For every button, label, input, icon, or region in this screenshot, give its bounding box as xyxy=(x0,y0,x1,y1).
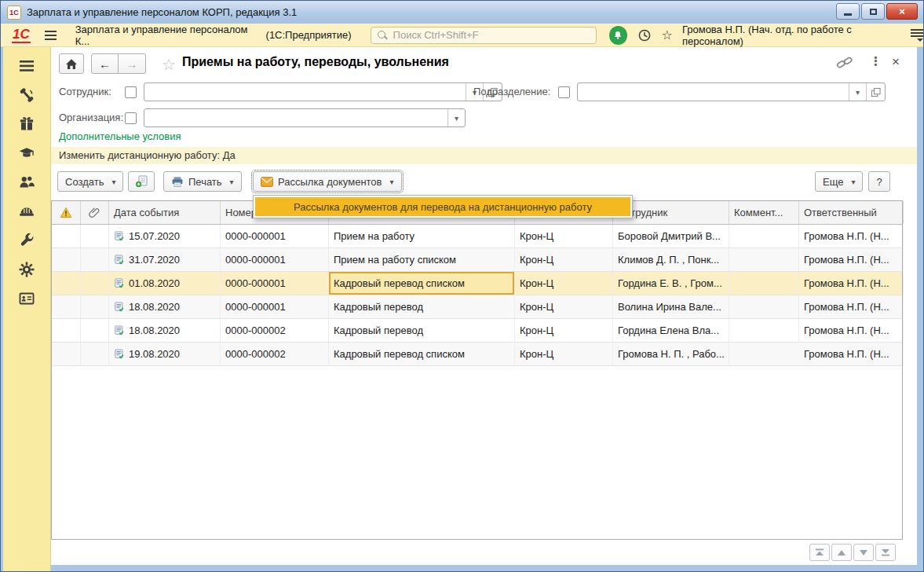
cell-date: 18.08.2020 xyxy=(129,324,180,336)
cell-employee: Волина Ирина Вале... xyxy=(613,295,729,318)
cell-organization: Крон-Ц xyxy=(515,295,613,318)
help-button[interactable]: ? xyxy=(868,171,890,192)
organization-filter-checkbox[interactable] xyxy=(125,112,137,124)
table-row[interactable]: 19.08.2020 0000-000002 Кадровый перевод … xyxy=(52,343,902,366)
current-user[interactable]: Громова Н.П. (Нач. отд. по работе с перс… xyxy=(682,24,901,47)
sidebar-settings-icon[interactable] xyxy=(18,261,35,278)
warning-icon xyxy=(60,207,72,218)
create-by-copy-button[interactable] xyxy=(128,171,155,192)
cell-organization: Крон-Ц xyxy=(515,248,613,271)
mailing-documents-button[interactable]: Рассылка документов ▾ xyxy=(253,171,402,192)
paperclip-icon xyxy=(89,207,100,218)
forward-icon: → xyxy=(126,57,138,71)
table-row[interactable]: 31.07.2020 0000-000001 Прием на работу с… xyxy=(52,248,902,272)
sidebar-education-icon[interactable] xyxy=(18,145,35,162)
more-actions-button[interactable]: ⋮ xyxy=(870,54,882,68)
cell-number: 0000-000001 xyxy=(221,295,329,318)
sidebar-tools-icon[interactable] xyxy=(18,232,35,249)
get-link-button[interactable] xyxy=(836,55,853,71)
list-navigation xyxy=(809,544,896,561)
department-filter-checkbox[interactable] xyxy=(558,86,570,98)
sidebar-menu-icon[interactable] xyxy=(18,57,35,75)
condition-text: Изменить дистанционную работу: Да xyxy=(59,149,236,161)
close-window-button[interactable]: × xyxy=(886,3,918,20)
cell-date: 15.07.2020 xyxy=(129,230,180,242)
department-dropdown-icon[interactable]: ▾ xyxy=(849,83,866,101)
scroll-to-top-button[interactable] xyxy=(809,544,830,561)
mailing-menu-item[interactable]: Рассылка документов для перевода на дист… xyxy=(255,197,630,216)
back-icon: ← xyxy=(99,57,111,71)
cell-responsible: Громова Н.П. (Н... xyxy=(799,295,904,318)
help-button-label: ? xyxy=(876,176,882,188)
sections-sidebar xyxy=(3,47,51,572)
main-menu-icon[interactable] xyxy=(45,31,57,40)
date-column-header[interactable]: Дата события xyxy=(109,201,221,224)
cell-date: 01.08.2020 xyxy=(129,277,180,289)
scroll-up-icon xyxy=(837,549,846,556)
home-icon xyxy=(65,58,78,70)
scroll-to-bottom-button[interactable] xyxy=(875,544,896,561)
organization-filter-label: Организация: xyxy=(59,108,123,127)
add-to-favorites-star-icon[interactable]: ☆ xyxy=(162,55,176,74)
sidebar-labor-safety-icon[interactable] xyxy=(18,203,35,220)
table-row[interactable]: 18.08.2020 0000-000002 Кадровый перевод … xyxy=(52,319,902,343)
table-row[interactable]: 15.07.2020 0000-000001 Прием на работу К… xyxy=(52,225,902,248)
main-content: ← → ☆ Приемы на работу, переводы, увольн… xyxy=(51,47,917,565)
more-button-label: Еще xyxy=(823,176,843,188)
minimize-button[interactable] xyxy=(836,3,860,20)
maximize-icon xyxy=(870,9,877,15)
back-button[interactable]: ← xyxy=(91,53,119,74)
additional-conditions-link[interactable]: Дополнительные условия xyxy=(59,130,181,142)
cell-event-type: Кадровый перевод xyxy=(329,319,515,342)
sidebar-phone-icon[interactable] xyxy=(18,86,35,104)
scroll-down-button[interactable] xyxy=(853,544,874,561)
notifications-button[interactable] xyxy=(609,26,627,45)
organization-dropdown-icon[interactable]: ▾ xyxy=(447,109,465,126)
cell-number: 0000-000001 xyxy=(221,225,329,248)
department-filter-label: Подразделение: xyxy=(473,82,550,101)
cell-comment xyxy=(729,295,799,318)
sidebar-gifts-icon[interactable] xyxy=(18,116,35,133)
print-caret-icon: ▾ xyxy=(230,178,234,186)
sidebar-employees-icon[interactable] xyxy=(18,174,35,191)
responsible-column-header[interactable]: Ответственный xyxy=(799,201,904,224)
home-button[interactable] xyxy=(59,53,84,74)
cell-number: 0000-000001 xyxy=(221,272,329,295)
organization-filter-combobox[interactable]: ▾ xyxy=(144,108,466,127)
table-row-selected[interactable]: 01.08.2020 0000-000001 Кадровый перевод … xyxy=(52,272,902,295)
create-caret-icon: ▾ xyxy=(111,178,115,186)
attachment-column-header[interactable] xyxy=(81,201,109,224)
maximize-button[interactable] xyxy=(861,3,885,20)
favorites-button[interactable]: ☆ xyxy=(662,28,673,42)
history-button[interactable] xyxy=(637,28,652,42)
cell-event-type: Кадровый перевод списком xyxy=(329,343,515,365)
forward-button[interactable]: → xyxy=(119,53,146,74)
events-table: Дата события Номер Сотрудник Коммент... … xyxy=(51,200,903,540)
table-body: 15.07.2020 0000-000001 Прием на работу К… xyxy=(52,225,902,366)
cell-responsible: Громова Н.П. (Н... xyxy=(799,272,904,295)
comment-column-header[interactable]: Коммент... xyxy=(729,201,799,224)
page-title: Приемы на работу, переводы, увольнения xyxy=(182,55,449,69)
employee-filter-combobox[interactable]: ▾ xyxy=(144,82,502,101)
cell-event-type-selected[interactable]: Кадровый перевод списком xyxy=(329,272,515,295)
create-button[interactable]: Создать ▾ xyxy=(57,171,123,192)
table-row[interactable]: 18.08.2020 0000-000001 Кадровый перевод … xyxy=(52,295,902,319)
global-search[interactable] xyxy=(371,27,597,44)
department-open-icon[interactable] xyxy=(866,83,885,101)
service-menu-icon[interactable] xyxy=(911,29,923,42)
cell-comment xyxy=(729,319,799,342)
scroll-up-button[interactable] xyxy=(831,544,852,561)
sidebar-employee-card-icon[interactable] xyxy=(18,290,35,307)
more-button[interactable]: Еще ▾ xyxy=(815,171,863,192)
close-form-button[interactable]: × xyxy=(892,54,900,70)
cell-responsible: Громова Н.П. (Н... xyxy=(799,248,904,271)
cell-employee: Гордина Елена Вла... xyxy=(613,319,729,342)
scroll-bottom-icon xyxy=(881,548,890,556)
print-button[interactable]: Печать ▾ xyxy=(163,171,242,192)
link-icon xyxy=(836,55,853,71)
cell-employee: Гордина Е. В. , Гром... xyxy=(613,272,729,295)
department-filter-combobox[interactable]: ▾ xyxy=(577,82,886,101)
employee-filter-checkbox[interactable] xyxy=(125,86,137,98)
warning-column-header[interactable] xyxy=(52,201,81,224)
search-input[interactable] xyxy=(392,28,591,42)
